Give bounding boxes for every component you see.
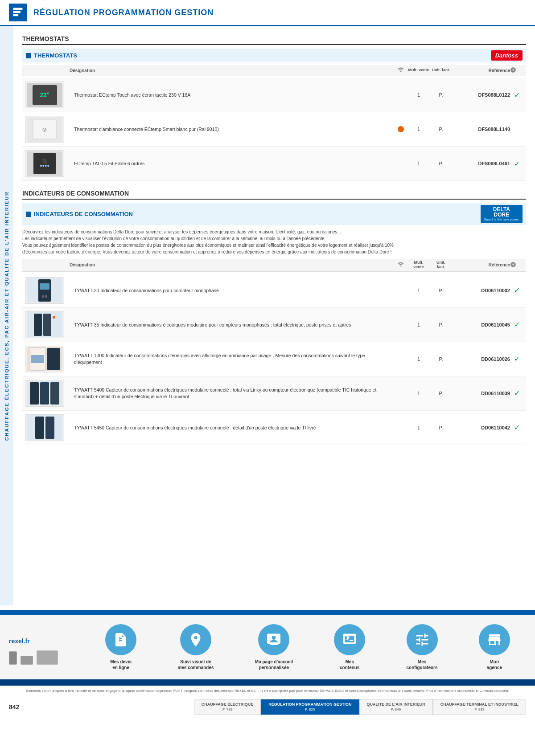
ith-designation: Désignation (70, 262, 394, 267)
add-header-2-icon (510, 262, 516, 268)
tywatt5450-mult: 1 (407, 425, 430, 430)
th-reference: Référence (452, 68, 510, 73)
ith-add-col (510, 262, 523, 269)
page-title: RÉGULATION PROGRAMMATION GESTION (33, 8, 214, 17)
tywatt5400-mult: 1 (407, 391, 430, 396)
configurateurs-label: Mesconfigurateurs (407, 659, 438, 670)
indicateurs-product-row-4: TYWATT 5400 Capteur de consommations éle… (22, 376, 526, 411)
contenus-circle-icon (334, 624, 365, 655)
tywatt5450-desc: TYWATT 5450 Capteur de consommations éle… (70, 425, 394, 431)
contenus-label: Mescontenus (340, 659, 359, 670)
wifi-header-icon (398, 67, 404, 74)
nav-tab-chauffage-electrique[interactable]: CHAUFFAGE ÉLECTRIQUE P. 789 (194, 699, 261, 715)
tywatt5400-ref: DD06110039 (452, 391, 510, 396)
thermostats-section-title: THERMOSTATS (22, 35, 526, 45)
tywatt5450-check: ✓ (510, 423, 523, 432)
footer-circle-agence[interactable]: Monagence (479, 624, 510, 670)
wifi-header-2-icon (398, 262, 404, 268)
tywatt1000-check: ✓ (510, 355, 523, 363)
store-person-icon (486, 632, 502, 648)
page-accueil-circle-icon (258, 624, 289, 655)
blue-square-2-icon (26, 212, 31, 217)
indicateurs-table-header: Désignation Mult.vente Unit.fact. Référe… (22, 259, 526, 272)
thermostat-icon (12, 6, 24, 19)
thermostat-product-img-2: ◎ (25, 116, 64, 143)
danfoss-brand-logo: Danfoss (491, 50, 523, 61)
tywatt1000-unit: P. (430, 356, 452, 362)
thermostat-product-row-1: 22° Thermostat ECtemp Touch avec écran t… (22, 78, 526, 112)
document-euro-icon (113, 632, 129, 648)
tywatt35-img (25, 311, 64, 338)
rexel-logo: rexel.fr (9, 630, 80, 647)
agence-circle-icon (479, 624, 510, 655)
footer-section: rexel.fr Mes devisen ligne (0, 615, 535, 679)
thermostats-table-header: Désignation Mult. vente Unit. fact. Réfé… (22, 65, 526, 76)
nav-tabs-container[interactable]: CHAUFFAGE ÉLECTRIQUE P. 789 RÉGULATION P… (194, 699, 526, 715)
header-icon (9, 4, 27, 21)
tywatt35-desc: TYWATT 35 Indicateur de consommations él… (70, 322, 394, 328)
indicateurs-section-title: INDICATEURS DE CONSOMMATION (22, 190, 526, 200)
configurateurs-circle-icon (407, 624, 438, 655)
th-designation: Désignation (70, 68, 394, 73)
thermostat-check-3: ✓ (510, 159, 523, 168)
thermostat-ref-3: DFS088L0461 (452, 161, 510, 166)
laptop-device-icon (37, 650, 58, 665)
footer-circle-contenus[interactable]: Mescontenus (334, 624, 365, 670)
thermostat-mult-3: 1 (407, 161, 430, 166)
th-unit-fact: Unit. fact. (430, 68, 452, 73)
nav-tab-qualite-air[interactable]: QUALITE DE L'AIR INTERIEUR P. 849 (359, 699, 433, 715)
page-navigation: 842 CHAUFFAGE ÉLECTRIQUE P. 789 RÉGULATI… (0, 696, 535, 718)
thermostats-subsection-title: THERMOSTATS (26, 52, 77, 59)
tywatt1000-img (25, 346, 64, 372)
th-add-col (510, 67, 523, 74)
ith-reference: Référence (452, 262, 510, 267)
thermostat-unit-1: P. (430, 92, 452, 98)
commandes-circle-icon (180, 624, 211, 655)
ith-mult-vente: Mult.vente (407, 261, 430, 270)
tywatt35-ref: DD06110045 (452, 322, 510, 327)
device-icons (9, 650, 58, 665)
th-wifi (394, 67, 407, 74)
ith-unit-fact: Unit.fact. (430, 261, 452, 270)
content-list-icon (342, 632, 358, 648)
nav-tab-chauffage-terminal[interactable]: CHAUFFAGE TERMINAL ET INDUSTRIEL P. 888 (433, 699, 526, 715)
tywatt5400-unit: P. (430, 391, 452, 396)
tywatt35-check: ✓ (510, 320, 523, 329)
thermostat-unit-2: P. (430, 127, 452, 132)
thermostat-mult-1: 1 (407, 92, 430, 98)
indicateurs-description: Découvrez les indicateurs de consommatio… (22, 229, 526, 255)
tywatt5400-check: ✓ (510, 389, 523, 397)
nav-tab-regulation[interactable]: RÉGULATION PROGRAMMATION GESTION P. 820 (261, 699, 359, 715)
commandes-label: Suivi visuel demes commandes (177, 659, 214, 670)
thermostat-ref-1: DFS088L0122 (452, 92, 510, 98)
indicateurs-product-row-3: TYWATT 1000 Indicateur de consommations … (22, 342, 526, 376)
thermostat-product-desc-3: ECtemp TAI 0.5 Fil Pilote 6 ordres (70, 160, 394, 167)
footer-circles: Mes devisen ligne Suivi visuel demes com… (89, 624, 526, 670)
page-number: 842 (9, 703, 19, 711)
thermostat-wifi-2 (394, 126, 407, 132)
thermostat-check-1: ✓ (510, 91, 523, 99)
thermostat-product-row-2: ◎ Thermostat d'ambiance connecté ECtemp … (22, 112, 526, 147)
tywatt35-mult: 1 (407, 322, 430, 327)
tywatt30-ref: DD06110002 (452, 288, 510, 293)
tywatt30-unit: P. (430, 288, 452, 293)
settings-sliders-icon (414, 632, 430, 648)
footer-circle-configurateurs[interactable]: Mesconfigurateurs (407, 624, 438, 670)
footer-circle-devis[interactable]: Mes devisen ligne (105, 624, 136, 670)
footer-content: rexel.fr Mes devisen ligne (9, 624, 526, 670)
nav-tab-page-2: P. 849 (367, 707, 425, 712)
tywatt30-check: ✓ (510, 286, 523, 294)
person-screen-icon (266, 632, 282, 648)
orange-dot-icon (398, 126, 404, 132)
footer-circle-commandes[interactable]: Suivi visuel demes commandes (177, 624, 214, 670)
add-header-icon (510, 67, 516, 73)
tablet-device-icon (21, 656, 33, 665)
ith-wifi (394, 262, 407, 268)
tywatt30-mult: 1 (407, 288, 430, 293)
nav-tab-page-3: P. 888 (440, 707, 519, 712)
disclaimer-text: Éléments communiqués à titre indicatif e… (0, 686, 535, 696)
page-accueil-label: Ma page d'accueilpersonnalisée (255, 659, 293, 670)
footer-circle-page-accueil[interactable]: Ma page d'accueilpersonnalisée (255, 624, 293, 670)
thermostat-mult-2: 1 (407, 127, 430, 132)
agence-label: Monagence (487, 659, 502, 670)
